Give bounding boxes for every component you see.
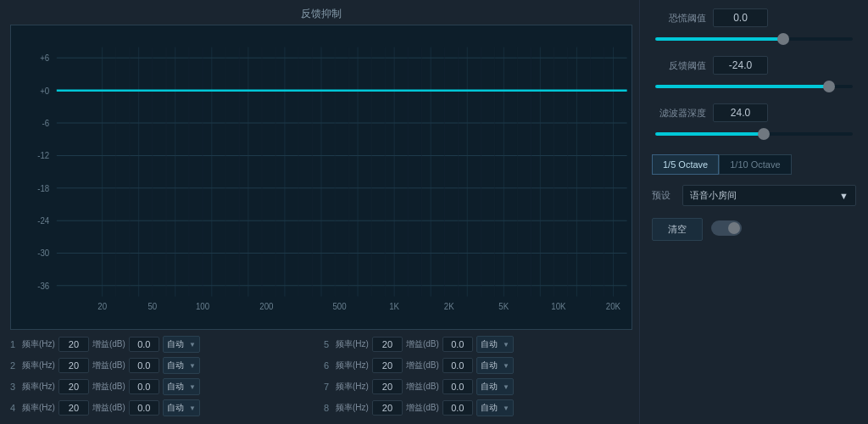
left-panel: 反馈抑制	[0, 0, 639, 424]
feedback-threshold-fill	[655, 85, 829, 88]
band-row-6: 6 频率(Hz) 20 增益(dB) 0.0 自动 ▼	[324, 356, 632, 375]
eq-chart: +6 +0 -6 -12 -18 -24 -30 -36 20 50 100 2…	[10, 25, 632, 330]
panic-threshold-thumb[interactable]	[777, 33, 789, 45]
band-num-6: 6	[324, 360, 332, 371]
svg-text:-6: -6	[42, 117, 50, 128]
octave-btn-1-10[interactable]: 1/10 Octave	[719, 154, 791, 175]
filter-depth-slider-container	[652, 129, 856, 139]
preset-dropdown[interactable]: 语音小房间 ▼	[682, 185, 856, 206]
filter-depth-fill	[655, 132, 764, 136]
band-freq-val-4: 20	[58, 400, 89, 416]
band-freq-label-4: 频率(Hz)	[22, 402, 55, 414]
band-mode-6[interactable]: 自动 ▼	[476, 357, 514, 374]
band-num-8: 8	[324, 403, 332, 413]
svg-text:20K: 20K	[606, 300, 620, 311]
band-row-7: 7 频率(Hz) 20 增益(dB) 0.0 自动 ▼	[324, 377, 632, 396]
band-gain-label-3: 增益(dB)	[92, 381, 125, 393]
band-num-2: 2	[10, 360, 19, 371]
right-panel: 恐慌阈值 0.0 反馈阈值 -24.0 滤波器深度 24.0	[639, 0, 868, 424]
clear-button[interactable]: 清空	[652, 218, 703, 241]
preset-dropdown-arrow: ▼	[839, 191, 849, 201]
svg-text:+6: +6	[40, 52, 49, 63]
svg-text:2K: 2K	[444, 300, 454, 311]
band-freq-label-8: 频率(Hz)	[336, 402, 369, 414]
band-gain-label-8: 增益(dB)	[406, 402, 439, 414]
feedback-threshold-slider-container	[652, 81, 856, 92]
filter-depth-thumb[interactable]	[758, 128, 770, 140]
panic-threshold-value: 0.0	[713, 8, 768, 27]
toggle-switch[interactable]	[711, 220, 742, 236]
band-gain-label-2: 增益(dB)	[92, 360, 125, 371]
app-container: 反馈抑制	[0, 0, 868, 424]
filter-depth-value: 24.0	[713, 103, 768, 122]
band-freq-val-7: 20	[372, 379, 403, 394]
page-title: 反馈抑制	[10, 7, 632, 21]
panic-threshold-slider-container	[652, 34, 856, 44]
feedback-threshold-track	[655, 85, 853, 88]
band-gain-val-3: 0.0	[129, 379, 159, 394]
feedback-threshold-label: 反馈阈值	[652, 59, 706, 72]
band-mode-4[interactable]: 自动 ▼	[163, 399, 200, 416]
band-freq-val-1: 20	[58, 337, 89, 352]
band-mode-2[interactable]: 自动 ▼	[163, 357, 200, 374]
band-freq-label-5: 频率(Hz)	[336, 338, 369, 350]
dropdown-arrow-2: ▼	[189, 362, 196, 370]
svg-text:500: 500	[332, 300, 346, 311]
svg-text:-36: -36	[37, 280, 49, 291]
filter-depth-track	[655, 132, 853, 136]
band-gain-val-4: 0.0	[129, 400, 159, 416]
svg-text:50: 50	[147, 300, 157, 311]
eq-svg: +6 +0 -6 -12 -18 -24 -30 -36 20 50 100 2…	[11, 25, 632, 329]
svg-text:5K: 5K	[498, 300, 509, 311]
band-gain-val-1: 0.0	[129, 337, 159, 352]
band-freq-val-2: 20	[58, 358, 89, 373]
filter-depth-label: 滤波器深度	[652, 107, 706, 120]
svg-text:-18: -18	[37, 182, 49, 193]
svg-text:10K: 10K	[551, 300, 565, 311]
svg-text:200: 200	[259, 300, 273, 311]
preset-label: 预设	[652, 189, 676, 202]
band-mode-5[interactable]: 自动 ▼	[476, 336, 514, 353]
dropdown-arrow-6: ▼	[503, 362, 509, 370]
band-freq-val-3: 20	[58, 379, 89, 394]
feedback-threshold-row: 反馈阈值 -24.0	[652, 56, 856, 75]
dropdown-arrow-8: ▼	[503, 404, 509, 412]
feedback-threshold-thumb[interactable]	[823, 81, 835, 92]
preset-row: 预设 语音小房间 ▼	[652, 185, 856, 206]
octave-buttons: 1/5 Octave 1/10 Octave	[652, 154, 856, 175]
band-num-4: 4	[10, 403, 19, 413]
svg-text:20: 20	[97, 300, 107, 311]
band-num-1: 1	[10, 339, 19, 349]
band-freq-val-6: 20	[372, 358, 403, 373]
svg-text:-30: -30	[37, 248, 49, 259]
band-row-5: 5 频率(Hz) 20 增益(dB) 0.0 自动 ▼	[324, 335, 632, 354]
toggle-knob	[728, 222, 740, 234]
band-gain-val-5: 0.0	[442, 337, 473, 352]
band-mode-7[interactable]: 自动 ▼	[476, 378, 514, 395]
band-gain-val-8: 0.0	[442, 400, 473, 416]
dropdown-arrow-5: ▼	[503, 341, 509, 349]
band-mode-8[interactable]: 自动 ▼	[476, 399, 514, 416]
band-mode-1[interactable]: 自动 ▼	[163, 336, 200, 353]
band-freq-val-5: 20	[372, 337, 403, 352]
band-freq-label-1: 频率(Hz)	[22, 338, 55, 350]
svg-text:1K: 1K	[389, 300, 399, 311]
band-gain-label-5: 增益(dB)	[406, 338, 439, 350]
octave-btn-1-5[interactable]: 1/5 Octave	[652, 154, 719, 175]
feedback-threshold-value: -24.0	[713, 56, 768, 75]
panic-threshold-label: 恐慌阈值	[652, 12, 706, 25]
panic-threshold-fill	[655, 37, 783, 41]
band-mode-3[interactable]: 自动 ▼	[163, 378, 200, 395]
band-gain-label-7: 增益(dB)	[406, 381, 439, 393]
bands-section: 1 频率(Hz) 20 增益(dB) 0.0 自动 ▼ 2 频率(Hz) 20 …	[10, 335, 632, 417]
band-row-8: 8 频率(Hz) 20 增益(dB) 0.0 自动 ▼	[324, 399, 632, 417]
bands-col-1: 1 频率(Hz) 20 增益(dB) 0.0 自动 ▼ 2 频率(Hz) 20 …	[10, 335, 319, 417]
band-row-4: 4 频率(Hz) 20 增益(dB) 0.0 自动 ▼	[10, 399, 319, 417]
band-row-2: 2 频率(Hz) 20 增益(dB) 0.0 自动 ▼	[10, 356, 319, 375]
bottom-row: 清空	[652, 215, 856, 241]
svg-text:+0: +0	[40, 85, 49, 96]
dropdown-arrow-4: ▼	[189, 404, 196, 412]
band-freq-label-2: 频率(Hz)	[22, 360, 55, 371]
band-num-5: 5	[324, 339, 332, 349]
band-freq-label-3: 频率(Hz)	[22, 381, 55, 393]
